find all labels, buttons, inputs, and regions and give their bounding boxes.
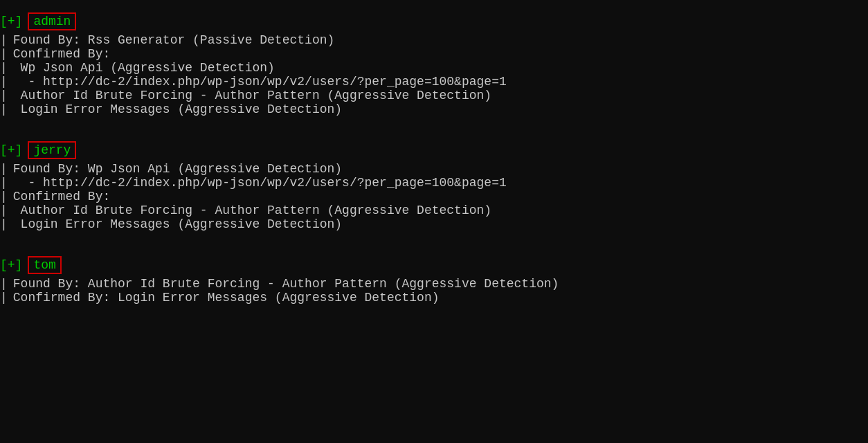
line-text: Found By: Rss Generator (Passive Detecti… [13, 33, 334, 47]
terminal-line: | - http://dc-2/index.php/wp-json/wp/v2/… [0, 75, 868, 89]
bracket-icon: [+] [0, 143, 22, 157]
line-text: Found By: Author Id Brute Forcing - Auth… [13, 277, 559, 291]
pipe-char: | [0, 176, 8, 190]
pipe-char: | [0, 162, 8, 176]
pipe-char: | [0, 89, 8, 102]
terminal-line: |Found By: Wp Json Api (Aggressive Detec… [0, 162, 868, 176]
blank-spacer [0, 244, 868, 256]
username-label: jerry [28, 141, 76, 159]
line-text: - http://dc-2/index.php/wp-json/wp/v2/us… [13, 75, 507, 89]
pipe-char: | [0, 217, 8, 231]
line-text: Login Error Messages (Aggressive Detecti… [13, 217, 342, 231]
username-label: tom [28, 256, 61, 274]
bracket-icon: [+] [0, 258, 22, 272]
pipe-char: | [0, 102, 8, 116]
terminal-line: |Confirmed By: [0, 47, 868, 61]
terminal-line: | - http://dc-2/index.php/wp-json/wp/v2/… [0, 176, 868, 190]
terminal-output: [+]admin|Found By: Rss Generator (Passiv… [0, 7, 868, 443]
user-header-tom: [+]tom [0, 256, 868, 274]
user-block-admin: [+]admin|Found By: Rss Generator (Passiv… [0, 12, 868, 116]
terminal-line: |Found By: Author Id Brute Forcing - Aut… [0, 277, 868, 291]
pipe-char: | [0, 75, 8, 89]
terminal-line: | Login Error Messages (Aggressive Detec… [0, 217, 868, 231]
pipe-char: | [0, 291, 8, 305]
line-text: Found By: Wp Json Api (Aggressive Detect… [13, 162, 342, 176]
terminal-line: | Author Id Brute Forcing - Author Patte… [0, 89, 868, 102]
terminal-line: |Confirmed By: [0, 190, 868, 204]
line-text: - http://dc-2/index.php/wp-json/wp/v2/us… [13, 176, 507, 190]
line-text: Confirmed By: [13, 190, 110, 204]
line-text: Author Id Brute Forcing - Author Pattern… [13, 89, 491, 102]
pipe-char: | [0, 47, 8, 61]
user-header-admin: [+]admin [0, 12, 868, 30]
line-text: Confirmed By: Login Error Messages (Aggr… [13, 291, 440, 305]
pipe-char: | [0, 33, 8, 47]
bracket-icon: [+] [0, 15, 22, 28]
username-label: admin [28, 12, 76, 30]
blank-spacer [0, 129, 868, 141]
terminal-line: |Found By: Rss Generator (Passive Detect… [0, 33, 868, 47]
line-text: Confirmed By: [13, 47, 110, 61]
terminal-line: | Author Id Brute Forcing - Author Patte… [0, 204, 868, 217]
terminal-line: |Confirmed By: Login Error Messages (Agg… [0, 291, 868, 305]
user-block-tom: [+]tom|Found By: Author Id Brute Forcing… [0, 256, 868, 305]
user-header-jerry: [+]jerry [0, 141, 868, 159]
pipe-char: | [0, 204, 8, 217]
line-text: Author Id Brute Forcing - Author Pattern… [13, 204, 491, 217]
terminal-line: | Login Error Messages (Aggressive Detec… [0, 102, 868, 116]
line-text: Login Error Messages (Aggressive Detecti… [13, 102, 342, 116]
user-block-jerry: [+]jerry|Found By: Wp Json Api (Aggressi… [0, 141, 868, 231]
terminal-line: | Wp Json Api (Aggressive Detection) [0, 61, 868, 75]
pipe-char: | [0, 61, 8, 75]
pipe-char: | [0, 190, 8, 204]
pipe-char: | [0, 277, 8, 291]
line-text: Wp Json Api (Aggressive Detection) [13, 61, 275, 75]
